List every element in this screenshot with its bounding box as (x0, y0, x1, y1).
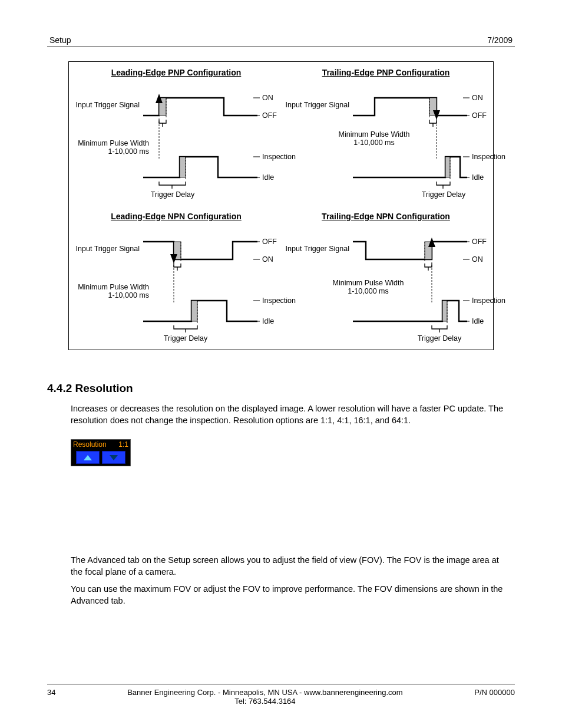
label-trigger-delay: Trigger Delay (150, 334, 221, 342)
svg-rect-43 (442, 301, 447, 321)
header-section: Setup (49, 35, 71, 45)
triangle-down-icon (110, 455, 118, 460)
label-idle: Idle (262, 173, 274, 182)
label-input-trigger: Input Trigger Signal (74, 245, 140, 253)
paragraph-fov-2: You can use the maximum FOV or adjust th… (71, 584, 513, 607)
resolution-up-button[interactable] (76, 451, 100, 464)
page-footer: 34 Banner Engineering Corp. - Minneapoli… (47, 684, 515, 706)
label-trigger-delay: Trigger Delay (404, 334, 475, 342)
config-title: Leading-Edge NPN Configuration (74, 212, 279, 221)
svg-rect-31 (191, 301, 197, 321)
label-inspection: Inspection (472, 153, 505, 161)
label-off: OFF (472, 111, 487, 120)
label-input-trigger: Input Trigger Signal (74, 101, 140, 109)
label-off: OFF (262, 238, 277, 246)
label-trigger-delay: Trigger Delay (408, 190, 479, 199)
config-leading-npn: Leading-Edge NPN Configuration (74, 212, 279, 345)
config-trailing-npn: Trailing-Edge NPN Configuration (283, 212, 488, 345)
label-inspection: Inspection (472, 297, 505, 305)
label-input-trigger: Input Trigger Signal (283, 245, 349, 253)
config-title: Trailing-Edge PNP Configuration (283, 68, 488, 77)
resolution-label-row: Resolution 1:1 (71, 440, 130, 449)
header-rule (47, 47, 515, 47)
label-idle: Idle (472, 173, 484, 182)
page: Setup 7/2009 Leading-Edge PNP Configurat… (0, 0, 562, 728)
label-min-pulse: Minimum Pulse Width 1-10,000 ms (71, 283, 149, 300)
label-input-trigger: Input Trigger Signal (283, 101, 349, 109)
label-idle: Idle (262, 317, 274, 325)
triangle-up-icon (84, 455, 92, 460)
footer-company-line: Banner Engineering Corp. - Minneapolis, … (55, 688, 474, 697)
trigger-configs-figure: Leading-Edge PNP Configuration (68, 61, 494, 350)
resolution-label: Resolution (73, 440, 107, 449)
label-trigger-delay: Trigger Delay (137, 190, 208, 199)
resolution-value: 1:1 (118, 440, 128, 449)
label-on: ON (262, 255, 273, 263)
config-leading-pnp: Leading-Edge PNP Configuration (74, 68, 279, 201)
page-header: Setup 7/2009 (47, 35, 515, 47)
label-min-pulse: Minimum Pulse Width 1-10,000 ms (335, 130, 413, 147)
label-min-pulse: Minimum Pulse Width 1-10,000 ms (329, 279, 407, 296)
label-off: OFF (472, 238, 487, 246)
section-heading-resolution: 4.4.2 Resolution (47, 382, 515, 395)
label-idle: Idle (472, 317, 484, 325)
resolution-down-button[interactable] (102, 451, 125, 464)
paragraph-resolution-intro: Increases or decreases the resolution on… (71, 403, 513, 426)
label-on: ON (262, 94, 273, 102)
label-on: ON (472, 94, 483, 102)
config-title: Leading-Edge PNP Configuration (74, 68, 279, 77)
label-min-pulse: Minimum Pulse Width 1-10,000 ms (71, 139, 149, 156)
config-trailing-pnp: Trailing-Edge PNP Configuration (283, 68, 488, 201)
header-date: 7/2009 (487, 35, 513, 45)
footer-page-number: 34 (47, 688, 55, 697)
svg-rect-7 (180, 157, 186, 177)
footer-tel-line: Tel: 763.544.3164 (55, 697, 474, 706)
resolution-widget: Resolution 1:1 (71, 439, 131, 466)
label-on: ON (472, 255, 483, 263)
footer-part-number: P/N 000000 (474, 688, 515, 697)
paragraph-fov-1: The Advanced tab on the Setup screen all… (71, 555, 513, 578)
svg-rect-19 (445, 157, 450, 177)
footer-rule (47, 684, 515, 684)
config-title: Trailing-Edge NPN Configuration (283, 212, 488, 221)
label-off: OFF (262, 111, 277, 120)
